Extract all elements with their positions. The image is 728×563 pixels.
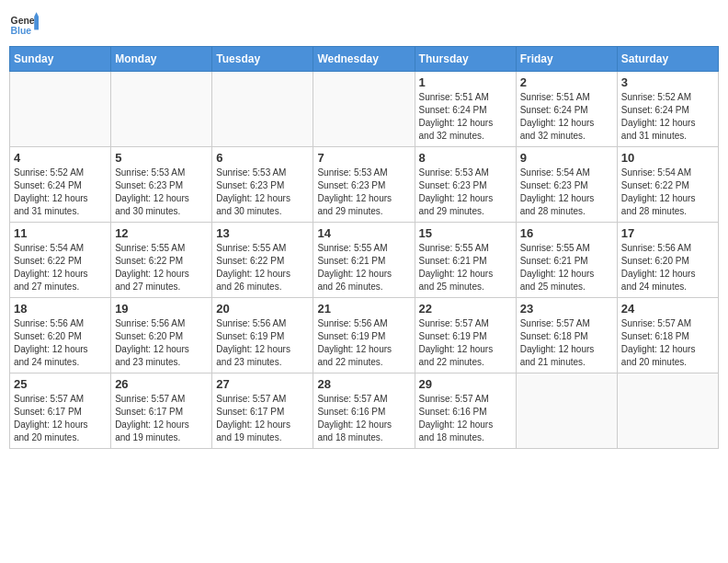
weekday-header-friday: Friday: [516, 47, 617, 72]
calendar-cell: 21Sunrise: 5:56 AM Sunset: 6:19 PM Dayli…: [313, 298, 415, 373]
calendar-cell: 9Sunrise: 5:54 AM Sunset: 6:23 PM Daylig…: [516, 147, 617, 223]
svg-text:Blue: Blue: [11, 26, 32, 36]
day-detail: Sunrise: 5:56 AM Sunset: 6:20 PM Dayligh…: [115, 317, 208, 369]
day-number: 20: [216, 302, 309, 316]
day-detail: Sunrise: 5:56 AM Sunset: 6:19 PM Dayligh…: [216, 317, 309, 369]
day-detail: Sunrise: 5:55 AM Sunset: 6:21 PM Dayligh…: [419, 242, 512, 293]
day-detail: Sunrise: 5:51 AM Sunset: 6:24 PM Dayligh…: [419, 91, 512, 143]
calendar-cell: 2Sunrise: 5:51 AM Sunset: 6:24 PM Daylig…: [516, 72, 617, 147]
svg-marker-3: [34, 12, 39, 17]
calendar-cell: 14Sunrise: 5:55 AM Sunset: 6:21 PM Dayli…: [313, 223, 415, 298]
day-number: 18: [14, 302, 107, 316]
page-header: General Blue: [9, 9, 719, 39]
day-detail: Sunrise: 5:55 AM Sunset: 6:22 PM Dayligh…: [115, 242, 208, 293]
calendar-cell: 4Sunrise: 5:52 AM Sunset: 6:24 PM Daylig…: [10, 147, 111, 223]
calendar-cell: 24Sunrise: 5:57 AM Sunset: 6:18 PM Dayli…: [617, 298, 718, 373]
calendar-table: SundayMondayTuesdayWednesdayThursdayFrid…: [9, 46, 719, 449]
calendar-cell: 23Sunrise: 5:57 AM Sunset: 6:18 PM Dayli…: [516, 298, 617, 373]
calendar-cell: 13Sunrise: 5:55 AM Sunset: 6:22 PM Dayli…: [212, 223, 313, 298]
day-number: 26: [115, 377, 208, 391]
day-number: 16: [520, 226, 613, 240]
day-detail: Sunrise: 5:53 AM Sunset: 6:23 PM Dayligh…: [317, 167, 410, 218]
day-detail: Sunrise: 5:55 AM Sunset: 6:21 PM Dayligh…: [520, 242, 613, 293]
calendar-cell: 7Sunrise: 5:53 AM Sunset: 6:23 PM Daylig…: [313, 147, 415, 223]
calendar-cell: 27Sunrise: 5:57 AM Sunset: 6:17 PM Dayli…: [212, 373, 313, 449]
day-detail: Sunrise: 5:54 AM Sunset: 6:22 PM Dayligh…: [14, 242, 107, 293]
calendar-cell: 25Sunrise: 5:57 AM Sunset: 6:17 PM Dayli…: [10, 373, 111, 449]
calendar-cell: 17Sunrise: 5:56 AM Sunset: 6:20 PM Dayli…: [617, 223, 718, 298]
day-number: 25: [14, 377, 107, 391]
calendar-cell: 26Sunrise: 5:57 AM Sunset: 6:17 PM Dayli…: [111, 373, 212, 449]
calendar-cell: [212, 72, 313, 147]
day-number: 17: [621, 226, 714, 240]
calendar-cell: 3Sunrise: 5:52 AM Sunset: 6:24 PM Daylig…: [617, 72, 718, 147]
logo-icon: General Blue: [9, 9, 39, 39]
calendar-cell: 22Sunrise: 5:57 AM Sunset: 6:19 PM Dayli…: [415, 298, 516, 373]
day-detail: Sunrise: 5:57 AM Sunset: 6:17 PM Dayligh…: [115, 393, 208, 444]
day-number: 2: [520, 75, 613, 89]
day-detail: Sunrise: 5:56 AM Sunset: 6:19 PM Dayligh…: [317, 317, 410, 369]
calendar-cell: 29Sunrise: 5:57 AM Sunset: 6:16 PM Dayli…: [415, 373, 516, 449]
day-number: 24: [621, 302, 714, 316]
day-number: 29: [419, 377, 512, 391]
day-number: 23: [520, 302, 613, 316]
calendar-cell: 1Sunrise: 5:51 AM Sunset: 6:24 PM Daylig…: [415, 72, 516, 147]
day-detail: Sunrise: 5:57 AM Sunset: 6:16 PM Dayligh…: [419, 393, 512, 444]
day-detail: Sunrise: 5:53 AM Sunset: 6:23 PM Dayligh…: [216, 167, 309, 218]
calendar-cell: 12Sunrise: 5:55 AM Sunset: 6:22 PM Dayli…: [111, 223, 212, 298]
calendar-cell: [111, 72, 212, 147]
day-detail: Sunrise: 5:57 AM Sunset: 6:17 PM Dayligh…: [216, 393, 309, 444]
calendar-cell: 28Sunrise: 5:57 AM Sunset: 6:16 PM Dayli…: [313, 373, 415, 449]
day-detail: Sunrise: 5:57 AM Sunset: 6:18 PM Dayligh…: [621, 317, 714, 369]
weekday-header-tuesday: Tuesday: [212, 47, 313, 72]
day-detail: Sunrise: 5:57 AM Sunset: 6:17 PM Dayligh…: [14, 393, 107, 444]
day-detail: Sunrise: 5:53 AM Sunset: 6:23 PM Dayligh…: [419, 167, 512, 218]
day-number: 14: [317, 226, 410, 240]
calendar-cell: [10, 72, 111, 147]
calendar-week-1: 1Sunrise: 5:51 AM Sunset: 6:24 PM Daylig…: [10, 72, 719, 147]
calendar-cell: 16Sunrise: 5:55 AM Sunset: 6:21 PM Dayli…: [516, 223, 617, 298]
day-number: 27: [216, 377, 309, 391]
calendar-cell: [313, 72, 415, 147]
calendar-cell: 5Sunrise: 5:53 AM Sunset: 6:23 PM Daylig…: [111, 147, 212, 223]
day-number: 21: [317, 302, 410, 316]
weekday-header-thursday: Thursday: [415, 47, 516, 72]
day-detail: Sunrise: 5:57 AM Sunset: 6:19 PM Dayligh…: [419, 317, 512, 369]
calendar-cell: 11Sunrise: 5:54 AM Sunset: 6:22 PM Dayli…: [10, 223, 111, 298]
day-detail: Sunrise: 5:56 AM Sunset: 6:20 PM Dayligh…: [14, 317, 107, 369]
calendar-cell: [516, 373, 617, 449]
day-number: 10: [621, 151, 714, 165]
calendar-week-5: 25Sunrise: 5:57 AM Sunset: 6:17 PM Dayli…: [10, 373, 719, 449]
day-number: 4: [14, 151, 107, 165]
day-number: 8: [419, 151, 512, 165]
day-detail: Sunrise: 5:57 AM Sunset: 6:18 PM Dayligh…: [520, 317, 613, 369]
calendar-cell: 20Sunrise: 5:56 AM Sunset: 6:19 PM Dayli…: [212, 298, 313, 373]
calendar-cell: 6Sunrise: 5:53 AM Sunset: 6:23 PM Daylig…: [212, 147, 313, 223]
day-number: 7: [317, 151, 410, 165]
calendar-week-4: 18Sunrise: 5:56 AM Sunset: 6:20 PM Dayli…: [10, 298, 719, 373]
day-number: 13: [216, 226, 309, 240]
weekday-header-monday: Monday: [111, 47, 212, 72]
svg-marker-2: [34, 17, 39, 29]
day-detail: Sunrise: 5:54 AM Sunset: 6:22 PM Dayligh…: [621, 167, 714, 218]
day-number: 11: [14, 226, 107, 240]
day-detail: Sunrise: 5:56 AM Sunset: 6:20 PM Dayligh…: [621, 242, 714, 293]
weekday-header-row: SundayMondayTuesdayWednesdayThursdayFrid…: [10, 47, 719, 72]
day-number: 22: [419, 302, 512, 316]
day-detail: Sunrise: 5:55 AM Sunset: 6:22 PM Dayligh…: [216, 242, 309, 293]
weekday-header-saturday: Saturday: [617, 47, 718, 72]
day-number: 9: [520, 151, 613, 165]
calendar-cell: 18Sunrise: 5:56 AM Sunset: 6:20 PM Dayli…: [10, 298, 111, 373]
calendar-week-3: 11Sunrise: 5:54 AM Sunset: 6:22 PM Dayli…: [10, 223, 719, 298]
day-detail: Sunrise: 5:53 AM Sunset: 6:23 PM Dayligh…: [115, 167, 208, 218]
day-number: 19: [115, 302, 208, 316]
day-number: 5: [115, 151, 208, 165]
day-number: 28: [317, 377, 410, 391]
day-detail: Sunrise: 5:54 AM Sunset: 6:23 PM Dayligh…: [520, 167, 613, 218]
day-detail: Sunrise: 5:55 AM Sunset: 6:21 PM Dayligh…: [317, 242, 410, 293]
day-number: 6: [216, 151, 309, 165]
weekday-header-wednesday: Wednesday: [313, 47, 415, 72]
logo: General Blue: [9, 9, 42, 39]
calendar-cell: 19Sunrise: 5:56 AM Sunset: 6:20 PM Dayli…: [111, 298, 212, 373]
weekday-header-sunday: Sunday: [10, 47, 111, 72]
